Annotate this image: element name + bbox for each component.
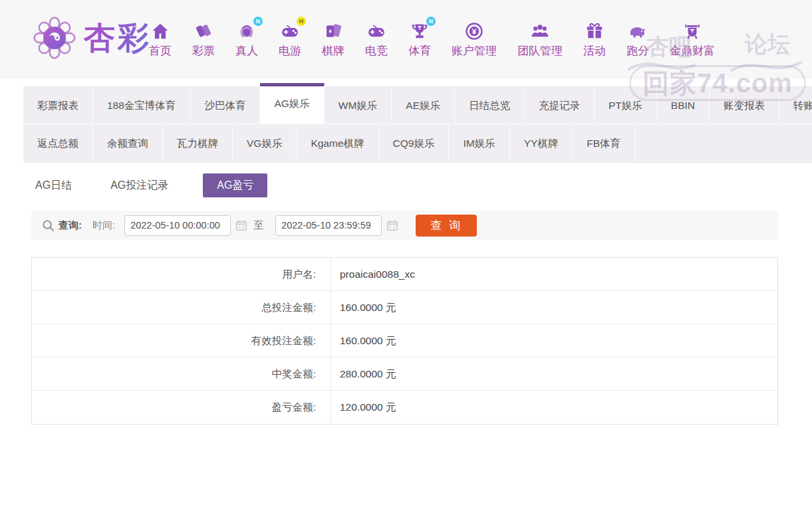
table-row: 总投注金额: 160.0000 元 (32, 291, 777, 324)
nav-badge: N (426, 17, 436, 26)
nav-label: 跑分 (626, 43, 649, 58)
home-icon (150, 21, 171, 41)
tab-item[interactable]: AE娱乐 (392, 86, 455, 124)
row-label: 有效投注金额: (32, 324, 331, 357)
nav-item[interactable]: 首页 (149, 21, 172, 58)
row-value: 120.0000 元 (331, 391, 777, 424)
ding-wealth-icon (682, 21, 703, 41)
team-people-icon (529, 21, 551, 41)
tab-row-1: 彩票报表 188金宝博体育 沙巴体育 AG娱乐 WM娱乐 AE娱乐 日结总览 充… (23, 86, 812, 124)
search-icon (42, 219, 55, 232)
slots-gamepad-icon: H (279, 21, 301, 41)
tab-item[interactable]: VG娱乐 (233, 124, 297, 162)
nav-badge: H (297, 17, 306, 26)
nav-item[interactable]: 活动 (583, 21, 606, 58)
tab-item[interactable]: 账变报表 (710, 86, 779, 124)
tab-item[interactable]: AG娱乐 (260, 83, 324, 124)
page: 杏彩 首页 彩票 (0, 0, 812, 511)
nav-label: 团队管理 (517, 43, 563, 58)
tab-item[interactable]: 转账报表 (779, 86, 812, 124)
nav-item[interactable]: 账户管理 (452, 21, 497, 58)
row-value: proaicai0088_xc (331, 258, 777, 290)
table-row: 用户名: proaicai0088_xc (32, 258, 777, 291)
query-submit-button[interactable]: 查 询 (416, 215, 477, 237)
logo-text: 杏彩 (84, 17, 152, 59)
tab-item[interactable]: IM娱乐 (449, 124, 509, 162)
brand-logo[interactable]: 杏彩 (31, 16, 152, 60)
nav-item[interactable]: 棋牌 (322, 21, 344, 58)
nav-item[interactable]: H 电游 (279, 21, 301, 58)
nav-item[interactable]: 跑分 (626, 21, 649, 58)
row-label: 盈亏金额: (32, 391, 331, 424)
header: 杏彩 首页 彩票 (0, 0, 812, 79)
tab-item[interactable]: 188金宝博体育 (93, 86, 190, 124)
poker-cards-icon (323, 21, 344, 41)
activity-gift-icon (584, 21, 605, 41)
subtab-item[interactable]: AG投注记录 (106, 173, 172, 197)
nav-label: 电竞 (365, 43, 388, 58)
report-table: 用户名: proaicai0088_xc 总投注金额: 160.0000 元 有… (31, 257, 778, 425)
rhino-icon (627, 21, 648, 41)
nav-label: 账户管理 (452, 43, 497, 58)
nav-label: 棋牌 (322, 43, 344, 58)
nav-label: 活动 (583, 43, 606, 58)
tab-item[interactable]: FB体育 (573, 124, 635, 162)
subtab-item[interactable]: AG盈亏 (203, 173, 267, 197)
subtab-item[interactable]: AG日结 (31, 173, 76, 197)
tab-item[interactable]: YY棋牌 (510, 124, 573, 162)
account-coin-icon (464, 21, 485, 41)
tab-item[interactable]: WM娱乐 (325, 86, 392, 124)
tab-item[interactable]: PT娱乐 (595, 86, 657, 124)
subtab-bar: AG日结 AG投注记录 AG盈亏 (31, 173, 267, 197)
table-row: 盈亏金额: 120.0000 元 (32, 391, 777, 424)
row-value: 160.0000 元 (331, 324, 777, 357)
nav-item[interactable]: 电竞 (365, 21, 388, 58)
nav-item[interactable]: 金鼎财富 (670, 21, 715, 58)
nav-label: 电游 (279, 43, 301, 58)
lottery-ticket-icon (193, 21, 214, 41)
nav-label: 彩票 (192, 43, 215, 58)
tab-item[interactable]: BBIN (657, 86, 710, 124)
nav-label: 真人 (235, 43, 258, 58)
nav-label: 金鼎财富 (670, 43, 715, 58)
tab-item[interactable]: Kgame棋牌 (297, 124, 378, 162)
row-value: 160.0000 元 (331, 291, 777, 324)
nav-item[interactable]: N 真人 (235, 21, 258, 58)
logo-flower-icon (31, 16, 78, 60)
nav-label: 体育 (408, 43, 431, 58)
row-label: 总投注金额: (32, 291, 331, 324)
tab-row-2: 返点总额 余额查询 瓦力棋牌 VG娱乐 Kgame棋牌 CQ9娱乐 IM娱乐 Y… (23, 124, 812, 162)
nav-badge: N (253, 17, 263, 26)
row-value: 280.0000 元 (331, 358, 777, 390)
table-row: 中奖金额: 280.0000 元 (32, 358, 777, 391)
calendar-icon[interactable] (386, 219, 398, 231)
esports-gamepad-icon (366, 21, 387, 41)
query-bar: 查询: 时间: 至 查 询 (31, 211, 778, 240)
row-label: 中奖金额: (32, 358, 331, 390)
time-from-input[interactable] (124, 215, 231, 236)
tab-item[interactable]: 日结总览 (455, 86, 525, 124)
sports-trophy-icon: N (409, 21, 430, 41)
live-person-icon: N (236, 21, 257, 41)
time-label: 时间: (92, 219, 115, 232)
table-row: 有效投注金额: 160.0000 元 (32, 324, 777, 358)
between-label: 至 (253, 219, 263, 232)
tab-item[interactable]: CQ9娱乐 (379, 124, 450, 162)
report-tab-bar: 彩票报表 188金宝博体育 沙巴体育 AG娱乐 WM娱乐 AE娱乐 日结总览 充… (23, 86, 812, 163)
time-to-input[interactable] (275, 215, 382, 236)
tab-item[interactable]: 瓦力棋牌 (163, 124, 233, 162)
nav-label: 首页 (149, 43, 172, 58)
tab-item[interactable]: 返点总额 (23, 124, 93, 162)
tab-item[interactable]: 充提记录 (525, 86, 595, 124)
tab-item[interactable]: 沙巴体育 (190, 86, 260, 124)
tab-item[interactable]: 彩票报表 (23, 86, 93, 124)
nav-item[interactable]: 团队管理 (517, 21, 563, 58)
nav-item[interactable]: N 体育 (408, 21, 431, 58)
calendar-icon[interactable] (235, 219, 247, 231)
row-label: 用户名: (32, 258, 331, 290)
nav-item[interactable]: 彩票 (192, 21, 215, 58)
tab-item[interactable]: 余额查询 (93, 124, 163, 162)
main-nav: 首页 彩票 N 真人 H (149, 21, 805, 58)
query-label: 查询: (59, 219, 82, 232)
